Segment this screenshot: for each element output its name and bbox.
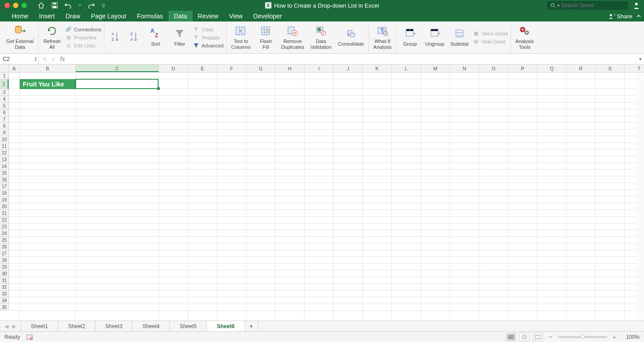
column-header[interactable]: K bbox=[363, 64, 392, 72]
column-header[interactable]: L bbox=[392, 64, 421, 72]
row-header[interactable]: 14 bbox=[0, 163, 9, 170]
row-header[interactable]: 21 bbox=[0, 210, 9, 217]
close-window-icon[interactable] bbox=[4, 3, 10, 8]
row-header[interactable]: 33 bbox=[0, 291, 9, 297]
row-header[interactable]: 8 bbox=[0, 123, 9, 129]
page-layout-view-button[interactable] bbox=[519, 333, 529, 341]
collapse-ribbon-icon[interactable] bbox=[636, 13, 641, 19]
tab-developer[interactable]: Developer bbox=[248, 11, 288, 21]
zoom-level[interactable]: 100% bbox=[622, 334, 640, 340]
zoom-window-icon[interactable] bbox=[21, 3, 27, 8]
column-header[interactable]: D bbox=[159, 64, 188, 72]
fill-handle[interactable] bbox=[157, 87, 160, 90]
tab-view[interactable]: View bbox=[224, 11, 248, 21]
column-header[interactable]: F bbox=[217, 64, 246, 72]
reapply-button[interactable]: Reapply bbox=[193, 34, 223, 41]
tab-insert[interactable]: Insert bbox=[34, 11, 60, 21]
vertical-scrollbar[interactable] bbox=[637, 64, 644, 321]
ungroup-button[interactable]: Ungroup bbox=[424, 26, 446, 48]
enter-formula-icon[interactable]: ✓ bbox=[51, 56, 56, 63]
name-box-stepper-icon[interactable]: ▲▼ bbox=[34, 56, 37, 61]
row-header[interactable]: 17 bbox=[0, 183, 9, 190]
tab-formulas[interactable]: Formulas bbox=[132, 11, 168, 21]
row-header[interactable]: 27 bbox=[0, 250, 9, 257]
normal-view-button[interactable] bbox=[506, 333, 516, 341]
sheet-tab-sheet3[interactable]: Sheet3 bbox=[95, 321, 133, 331]
column-header[interactable]: C bbox=[76, 64, 159, 72]
column-header[interactable]: A bbox=[9, 64, 20, 72]
zoom-out-button[interactable]: − bbox=[546, 333, 554, 341]
column-header[interactable]: O bbox=[479, 64, 508, 72]
row-header[interactable]: 28 bbox=[0, 257, 9, 264]
row-header[interactable]: 22 bbox=[0, 217, 9, 223]
sheet-tab-sheet1[interactable]: Sheet1 bbox=[21, 321, 58, 331]
column-header[interactable]: R bbox=[567, 64, 596, 72]
row-header[interactable]: 5 bbox=[0, 103, 9, 109]
column-header[interactable]: E bbox=[188, 64, 217, 72]
row-header[interactable]: 19 bbox=[0, 197, 9, 203]
group-button[interactable]: Group bbox=[399, 26, 421, 48]
share-button[interactable]: + Share bbox=[609, 13, 632, 20]
column-header[interactable]: P bbox=[508, 64, 537, 72]
filter-button[interactable]: Filter bbox=[169, 26, 190, 48]
column-header[interactable]: T bbox=[625, 64, 644, 72]
tab-data[interactable]: Data bbox=[168, 11, 193, 21]
row-header[interactable]: 10 bbox=[0, 136, 9, 143]
column-header[interactable]: B bbox=[20, 64, 76, 72]
sheet-tab-sheet2[interactable]: Sheet2 bbox=[58, 321, 95, 331]
name-box[interactable]: C2 ▲▼ bbox=[0, 54, 39, 64]
row-header[interactable]: 30 bbox=[0, 270, 9, 277]
advanced-button[interactable]: Advanced bbox=[193, 43, 223, 49]
save-icon[interactable] bbox=[51, 2, 58, 9]
row-header[interactable]: 16 bbox=[0, 176, 9, 183]
tab-draw[interactable]: Draw bbox=[60, 11, 86, 21]
row-header[interactable]: 2 bbox=[0, 79, 9, 89]
row-header[interactable]: 25 bbox=[0, 237, 9, 244]
add-sheet-button[interactable]: + bbox=[245, 321, 258, 331]
tab-home[interactable]: Home bbox=[6, 11, 34, 21]
row-header[interactable]: 31 bbox=[0, 277, 9, 284]
sheet-tab-sheet4[interactable]: Sheet4 bbox=[133, 321, 170, 331]
sheet-nav-prev-icon[interactable]: ◀ bbox=[4, 323, 9, 329]
row-header[interactable]: 24 bbox=[0, 230, 9, 237]
whatif-analysis-button[interactable]: ? What-If Analysis bbox=[372, 24, 394, 51]
column-header[interactable]: J bbox=[334, 64, 363, 72]
row-header[interactable]: 18 bbox=[0, 190, 9, 197]
row-header[interactable]: 3 bbox=[0, 89, 9, 96]
row-header[interactable]: 20 bbox=[0, 203, 9, 210]
row-header[interactable]: 26 bbox=[0, 244, 9, 250]
column-header[interactable]: M bbox=[421, 64, 450, 72]
cancel-formula-icon[interactable]: ✕ bbox=[42, 56, 47, 63]
text-to-columns-button[interactable]: Text to Columns bbox=[229, 24, 252, 51]
column-header[interactable]: S bbox=[596, 64, 625, 72]
qat-customize-icon[interactable] bbox=[101, 2, 106, 9]
column-header[interactable]: H bbox=[275, 64, 305, 72]
remove-duplicates-button[interactable]: Remove Duplicates bbox=[279, 24, 306, 51]
column-header[interactable]: I bbox=[305, 64, 334, 72]
row-header[interactable]: 12 bbox=[0, 150, 9, 156]
undo-icon[interactable] bbox=[64, 2, 72, 9]
row-header[interactable]: 11 bbox=[0, 143, 9, 150]
refresh-all-button[interactable]: Refresh All bbox=[41, 24, 63, 51]
macro-record-icon[interactable] bbox=[26, 334, 34, 340]
formula-input[interactable] bbox=[69, 54, 636, 64]
row-header[interactable]: 4 bbox=[0, 96, 9, 103]
flash-fill-button[interactable]: Flash Fill bbox=[255, 24, 277, 51]
row-header[interactable]: 23 bbox=[0, 223, 9, 230]
column-header[interactable]: N bbox=[450, 64, 479, 72]
user-icon[interactable] bbox=[632, 1, 640, 9]
tab-review[interactable]: Review bbox=[193, 11, 224, 21]
sort-za-button[interactable]: ZA bbox=[126, 30, 142, 45]
column-header[interactable]: Q bbox=[537, 64, 567, 72]
undo-dropdown-icon[interactable] bbox=[78, 2, 82, 9]
formula-bar-expand-icon[interactable]: ▾ bbox=[636, 54, 644, 64]
home-icon[interactable] bbox=[38, 2, 45, 9]
edit-links-button[interactable]: ⎘Edit Links bbox=[65, 43, 101, 49]
row-header[interactable]: 29 bbox=[0, 264, 9, 270]
search-input[interactable] bbox=[561, 2, 625, 9]
sort-button[interactable]: AZ Sort bbox=[145, 26, 166, 48]
select-all-corner[interactable] bbox=[0, 64, 9, 73]
row-header[interactable]: 15 bbox=[0, 170, 9, 176]
horizontal-scrollbar[interactable] bbox=[258, 321, 644, 331]
hide-detail-button[interactable]: ▤Hide Detail bbox=[473, 38, 508, 45]
